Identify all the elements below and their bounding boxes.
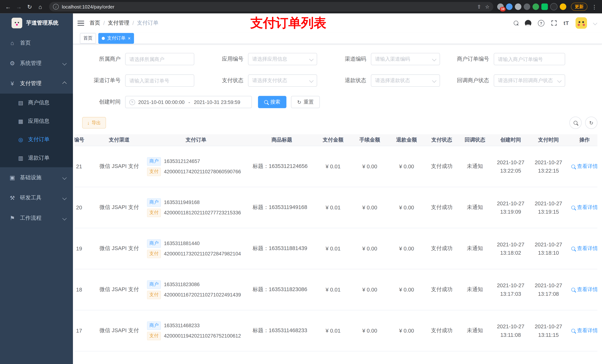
tab-home[interactable]: 首页 [80,33,96,43]
bookmark-star-icon[interactable]: ☆ [485,4,489,10]
home-icon: ⌂ [9,40,16,46]
sidebar-item-pay-order[interactable]: ◎ 支付订单 [0,130,73,149]
fullscreen-icon[interactable] [551,20,557,26]
app-select[interactable]: 请选择应用信息 [248,53,317,65]
pay-order-no: 4200001181202110277723215336 [164,210,241,216]
extension-icon[interactable] [533,3,539,10]
sidebar-item-label: 基础设施 [20,174,63,181]
top-navbar: 首页 / 支付管理 / 支付订单 支付订单列表 ? tT [73,13,602,33]
help-icon[interactable]: ? [538,20,544,26]
channel-order-no-input[interactable] [125,74,194,87]
order-id: 21 [75,146,95,187]
breadcrumb-section[interactable]: 支付管理 [108,20,129,26]
breadcrumb-home[interactable]: 首页 [89,20,100,26]
date-end: 2021-10-31 23:59:59 [194,99,240,105]
field-label: 应用编号 [205,56,243,62]
avatar[interactable] [576,17,587,29]
browser-home-icon[interactable]: ⌂ [35,2,45,12]
extension-icon[interactable] [541,3,548,10]
merchant-order-no-input[interactable] [494,53,565,65]
extension-icon[interactable] [515,3,521,10]
merchant-input[interactable] [125,53,194,65]
close-icon[interactable]: × [128,36,131,41]
view-detail-link[interactable]: 查看详情 [571,245,597,252]
table-row-partial: 商户1635311157136 [75,351,597,364]
navbar-actions: ? tT [514,17,597,29]
screen: ← → ↻ ⌂ i localhost:1024/pay/order ⇧ ☆ 1… [0,0,602,364]
sidebar-toggle-icon[interactable] [77,21,84,26]
sidebar-item-label: 支付订单 [28,136,49,143]
view-detail-link[interactable]: 查看详情 [571,286,597,293]
search-icon[interactable] [514,21,518,25]
extension-icon[interactable]: 10 [497,3,504,10]
chevron-down-icon [432,78,436,83]
magnifier-icon [571,288,575,291]
order-table: 编号 支付渠道 支付订单 商品标题 支付金额 手续金额 退款金额 支付状态 回调… [75,134,597,364]
order-id: 18 [75,269,95,310]
pay-order-no: 4200001173202110272847982104 [164,251,241,257]
tab-pay-order[interactable]: 支付订单 × [98,33,134,43]
search-button[interactable]: 搜索 [258,96,286,108]
chevron-down-icon [432,57,436,61]
extension-icon[interactable] [550,3,557,10]
site-info-icon[interactable]: i [53,4,59,10]
col-header: 支付状态 [425,134,458,146]
chevron-down-icon[interactable] [593,21,597,25]
sidebar-item-payment[interactable]: ¥ 支付管理 [0,73,73,94]
pay-channel: 微信 JSAPI 支付 [95,269,143,310]
view-detail-link[interactable]: 查看详情 [571,204,597,211]
sidebar-item-home[interactable]: ⌂ 首页 [0,32,73,53]
sidebar-item-app-info[interactable]: ▦ 应用信息 [0,112,73,131]
order-id: 19 [75,228,95,269]
sidebar-item-merchant-info[interactable]: ▤ 商户信息 [0,94,73,112]
browser-menu-icon[interactable]: ⋮ [590,4,599,10]
channel-code-select[interactable]: 请输入渠道编码 [371,53,440,65]
browser-reload-icon[interactable]: ↻ [25,2,35,12]
create-time-range-input[interactable]: 2021-10-01 00:00:00 - 2021-10-31 23:59:5… [125,96,252,108]
reset-button[interactable]: ↻ 重置 [291,96,320,108]
pay-status-select[interactable]: 请选择支付状态 [248,74,317,87]
sidebar-item-label: 工作流程 [20,215,63,221]
refresh-table-button[interactable]: ↻ [585,116,597,129]
notify-status-select[interactable]: 请选择订单回调商户状态 [494,74,565,87]
refund-status-select[interactable]: 请选择退款状态 [371,74,440,87]
clock-icon [129,99,135,105]
chevron-down-icon [309,57,313,61]
sidebar-item-dev-tools[interactable]: ⚒ 研发工具 [0,187,73,208]
extension-icon[interactable] [506,3,513,10]
col-header: 手续金额 [351,134,388,146]
button-label: 重置 [304,99,314,105]
sidebar-item-infrastructure[interactable]: ▣ 基础设施 [0,167,73,187]
col-header: 创建时间 [492,134,530,146]
browser-forward-icon[interactable]: → [14,2,24,12]
sidebar-item-refund-order[interactable]: ▥ 退款订单 [0,149,73,167]
sidebar-item-label: 商户信息 [28,99,49,106]
card-icon: ▤ [17,100,24,106]
sidebar-item-system[interactable]: ⚙ 系统管理 [0,53,73,73]
action-cell: 查看详情 [567,146,597,187]
breadcrumb-separator: / [132,20,134,26]
merchant-badge: 商户 [147,280,161,289]
profile-avatar-icon[interactable] [560,3,566,10]
font-size-icon[interactable]: tT [563,20,569,26]
address-bar[interactable]: i localhost:1024/pay/order ⇧ ☆ [49,2,493,11]
merchant-badge: 商户 [147,239,161,248]
extension-icon[interactable] [524,3,530,10]
toggle-search-button[interactable] [570,116,582,129]
browser-toolbar: ← → ↻ ⌂ i localhost:1024/pay/order ⇧ ☆ 1… [0,0,602,13]
browser-back-icon[interactable]: ← [3,2,13,12]
product-title: 标题：1635311881439 [249,228,315,269]
target-icon: ◎ [17,136,24,143]
pay-amount: ¥ 0.01 [315,269,351,310]
placeholder-text: 请选择订单回调商户状态 [498,77,558,84]
flag-icon: ⚑ [9,215,16,221]
sidebar-item-workflow[interactable]: ⚑ 工作流程 [0,208,73,228]
share-icon[interactable]: ⇧ [477,4,481,10]
github-icon[interactable] [525,20,531,26]
date-start: 2021-10-01 00:00:00 [138,99,184,105]
browser-update-button[interactable]: 更新 [571,3,587,11]
view-detail-link[interactable]: 查看详情 [571,327,597,334]
view-detail-link[interactable]: 查看详情 [571,163,597,170]
export-button[interactable]: ↓ 导出 [82,117,106,129]
magnifier-icon [571,329,575,333]
